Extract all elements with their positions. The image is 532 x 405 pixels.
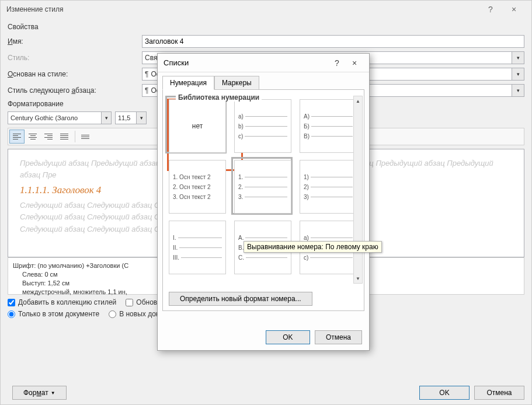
modal-title: Списки: [164, 58, 189, 67]
chevron-down-icon[interactable]: ▾: [136, 111, 147, 124]
numbering-option[interactable]: 1) 2) 3): [300, 160, 357, 214]
cancel-button[interactable]: Отмена: [474, 386, 524, 400]
library-label: Библиотека нумерации: [176, 93, 262, 102]
window-title: Изменение стиля: [6, 5, 63, 13]
numbering-panel: Библиотека нумерации нет a) b) c) A) Б) …: [162, 89, 364, 311]
font-combo[interactable]: Century Gothic (Заголо ▾: [8, 111, 112, 124]
label-name: Имя:: [8, 37, 142, 46]
chevron-down-icon[interactable]: ▾: [512, 51, 524, 64]
tab-bullets[interactable]: Маркеры: [214, 76, 259, 90]
close-button[interactable]: ×: [346, 58, 363, 68]
align-center-button[interactable]: [25, 130, 40, 144]
only-this-doc-radio[interactable]: Только в этом документе: [8, 310, 99, 318]
numbering-option[interactable]: 1. Осн текст 2 2. Осн текст 2 3. Осн тек…: [169, 160, 226, 214]
modal-titlebar: Списки ? ×: [158, 54, 369, 72]
chevron-down-icon[interactable]: ▾: [512, 68, 524, 81]
label-style: Стиль:: [8, 54, 142, 62]
align-right-button[interactable]: [41, 130, 56, 144]
chevron-down-icon[interactable]: ▾: [512, 84, 524, 97]
tooltip: Выравнивание номера: По левому краю: [244, 241, 382, 253]
scrollbar[interactable]: ▲ ▼: [353, 96, 363, 284]
numbering-option[interactable]: A) Б) B): [300, 99, 357, 153]
titlebar: Изменение стиля ? ×: [1, 1, 531, 18]
tab-numbering[interactable]: Нумерация: [162, 76, 214, 90]
align-justify-button[interactable]: [57, 130, 72, 144]
help-button[interactable]: ?: [328, 58, 346, 68]
chevron-down-icon[interactable]: ▾: [101, 111, 112, 124]
modify-style-dialog: Изменение стиля ? × Свойства Имя: Стиль:…: [0, 0, 532, 405]
close-button[interactable]: ×: [502, 5, 526, 14]
add-to-gallery-checkbox[interactable]: Добавить в коллекцию стилей: [8, 298, 116, 306]
tab-strip: Нумерация Маркеры: [158, 72, 369, 90]
modal-footer: OK Отмена: [266, 330, 362, 344]
define-new-format-button[interactable]: Определить новый формат номера...: [169, 292, 312, 306]
align-left-button[interactable]: [9, 130, 25, 144]
size-combo[interactable]: 11,5 ▾: [115, 111, 147, 124]
numbering-option[interactable]: a) b) c): [234, 99, 291, 153]
spacing-button-1[interactable]: [78, 130, 93, 144]
name-input[interactable]: [142, 35, 524, 48]
scroll-down-icon[interactable]: ▼: [354, 274, 362, 283]
numbering-option[interactable]: 1. 2. 3.: [234, 160, 291, 214]
section-properties-label: Свойства: [8, 23, 524, 31]
help-button[interactable]: ?: [479, 5, 502, 14]
ok-button[interactable]: OK: [419, 386, 470, 400]
dialog-footer: Формат▼ OK Отмена: [8, 386, 524, 400]
ok-button[interactable]: OK: [266, 330, 310, 344]
cancel-button[interactable]: Отмена: [315, 330, 362, 344]
label-based-on: Основан на стиле:: [8, 70, 142, 78]
lists-dialog: Списки ? × Нумерация Маркеры Библиотека …: [157, 53, 370, 351]
numbering-option[interactable]: I. II. III.: [169, 221, 226, 274]
scroll-up-icon[interactable]: ▲: [354, 96, 362, 106]
label-next-style: Стиль следующего абзаца:: [8, 86, 142, 95]
format-menu-button[interactable]: Формат▼: [12, 386, 67, 400]
numbering-none[interactable]: нет: [169, 99, 226, 153]
